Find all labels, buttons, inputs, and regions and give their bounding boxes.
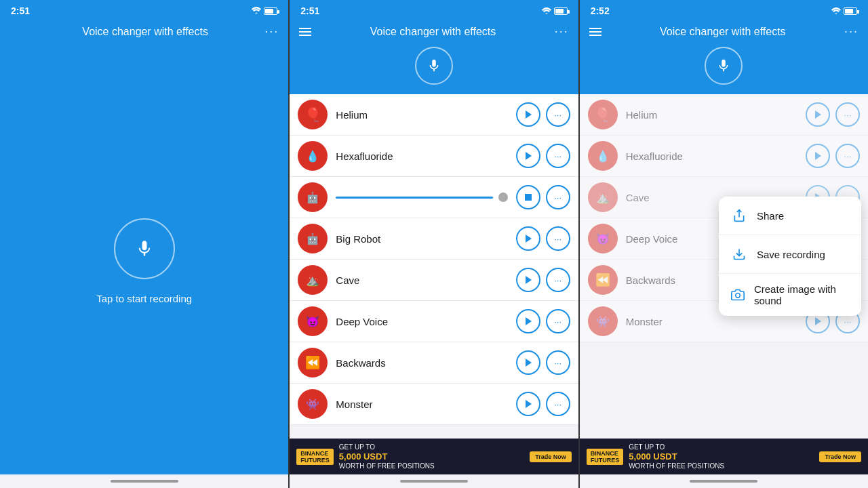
ad-subtext-3: WORTH OF FREE POSITIONS: [629, 462, 814, 470]
ad-bar-3: BINANCEFUTURES GET UP TO 5,000 USDT WORT…: [580, 439, 868, 474]
battery-icon-3: [844, 7, 857, 15]
more-options-btn-3[interactable]: ···: [844, 24, 859, 39]
hamburger-menu-2[interactable]: [299, 28, 311, 36]
save-icon: [730, 245, 749, 264]
play-button[interactable]: [516, 309, 540, 333]
trade-now-button[interactable]: Trade Now: [530, 451, 572, 462]
play-button[interactable]: [806, 102, 830, 127]
list-item-robot: 🤖 ···: [290, 177, 578, 218]
hexafluoride-icon: 💧: [298, 141, 328, 171]
status-time-2: 2:51: [300, 5, 319, 16]
list-item: 🎈 Helium ···: [290, 94, 578, 136]
more-button[interactable]: ···: [546, 144, 570, 168]
item-actions: ···: [516, 309, 570, 333]
more-button[interactable]: ···: [546, 268, 570, 292]
play-button[interactable]: [516, 350, 540, 375]
play-button[interactable]: [806, 144, 830, 168]
effect-name: Monster: [626, 316, 797, 327]
ad-amount: 5,000 USDT: [339, 451, 524, 462]
camera-icon: [730, 285, 746, 304]
effect-name: Cave: [336, 274, 507, 286]
effects-list-2: 🎈 Helium ··· 💧 Hexafluoride ··· 🤖: [290, 94, 578, 439]
home-bar-1: [111, 480, 178, 483]
progress-bar: [336, 197, 492, 199]
list-item: 🤖 Big Robot ···: [290, 218, 578, 260]
monster-icon: 👾: [298, 389, 328, 419]
status-bar-3: 2:52: [580, 0, 868, 19]
home-indicator-2: [290, 474, 578, 488]
more-button[interactable]: ···: [835, 102, 860, 127]
phone-panel-2: 2:51 Voice changer with effects ···: [290, 0, 578, 488]
item-actions: ···: [516, 102, 570, 127]
svg-point-3: [736, 293, 741, 298]
more-button[interactable]: ···: [546, 350, 570, 375]
binance-logo-3: BINANCEFUTURES: [587, 449, 624, 465]
app-title-1: Voice changer with effects: [82, 26, 208, 38]
top-bar-row-3: Voice changer with effects ···: [580, 19, 868, 44]
save-recording-menu-item[interactable]: Save recording: [719, 235, 861, 274]
item-actions: ···: [516, 392, 570, 416]
create-image-menu-item[interactable]: Create image with sound: [719, 274, 861, 316]
play-button[interactable]: [516, 268, 540, 292]
mic-header-wrap-2: [290, 44, 578, 94]
big-robot-icon: 🤖: [298, 224, 328, 253]
top-bar-2: Voice changer with effects ···: [290, 19, 578, 94]
robot-icon: 🤖: [298, 182, 328, 212]
list-item: 😈 Deep Voice ···: [290, 301, 578, 342]
cave-icon: ⛰️: [588, 182, 618, 212]
ad-text: GET UP TO: [339, 443, 524, 451]
mic-header-button-3[interactable]: [705, 47, 743, 85]
effect-name: Hexafluoride: [626, 150, 797, 162]
hamburger-menu-3[interactable]: [589, 28, 601, 36]
more-button[interactable]: ···: [546, 309, 570, 333]
app-title-3: Voice changer with effects: [660, 26, 786, 38]
more-options-btn-2[interactable]: ···: [555, 24, 569, 39]
effect-name: Backwards: [336, 357, 507, 369]
status-icons-3: [831, 7, 857, 15]
more-options-btn-1[interactable]: ···: [264, 24, 279, 39]
mic-header-wrap-3: [580, 44, 868, 94]
status-time-3: 2:52: [591, 5, 610, 16]
home-indicator-1: [0, 474, 288, 488]
more-button[interactable]: ···: [546, 226, 570, 251]
deep-voice-icon: 😈: [298, 306, 328, 336]
wifi-icon: [252, 7, 261, 15]
ad-amount-3: 5,000 USDT: [629, 451, 814, 462]
mic-header-button-2[interactable]: [415, 47, 453, 85]
more-button[interactable]: ···: [546, 392, 570, 416]
ad-subtext: WORTH OF FREE POSITIONS: [339, 462, 524, 470]
ad-text-3: GET UP TO: [629, 443, 814, 451]
play-button[interactable]: [516, 392, 540, 416]
effect-name: Big Robot: [336, 233, 507, 245]
effect-name: Hexafluoride: [336, 150, 507, 162]
phone-panel-3: 2:52 Voice changer with effects ···: [580, 0, 868, 488]
list-item: ⏪ Backwards ···: [290, 342, 578, 384]
share-icon: [730, 206, 749, 225]
progress-dot: [498, 192, 508, 202]
play-button[interactable]: [516, 144, 540, 168]
item-actions: ···: [516, 144, 570, 168]
more-button[interactable]: ···: [835, 144, 860, 168]
play-button[interactable]: [516, 226, 540, 251]
record-button[interactable]: [114, 218, 175, 279]
more-button[interactable]: ···: [546, 102, 570, 127]
item-actions: ···: [516, 226, 570, 251]
item-actions: ···: [516, 268, 570, 292]
status-bar-1: 2:51: [0, 0, 288, 19]
trade-now-button-3[interactable]: Trade Now: [819, 451, 861, 462]
list-item: ⛰️ Cave ···: [290, 260, 578, 301]
app-title-2: Voice changer with effects: [370, 26, 496, 38]
helium-icon: 🎈: [588, 100, 618, 129]
share-menu-item[interactable]: Share: [719, 197, 861, 235]
effect-name: Helium: [336, 109, 507, 121]
context-menu: Share Save recording Create image with s…: [719, 197, 861, 316]
ad-bar-2: BINANCEFUTURES GET UP TO 5,000 USDT WORT…: [290, 439, 578, 474]
status-time-1: 2:51: [11, 5, 30, 16]
stop-button[interactable]: [516, 185, 540, 209]
share-label: Share: [757, 210, 784, 222]
play-button[interactable]: [516, 102, 540, 127]
more-button[interactable]: ···: [546, 185, 570, 209]
top-bar-row-2: Voice changer with effects ···: [290, 19, 578, 44]
top-bar-3: Voice changer with effects ···: [580, 19, 868, 94]
progress-wrap: [336, 192, 507, 202]
